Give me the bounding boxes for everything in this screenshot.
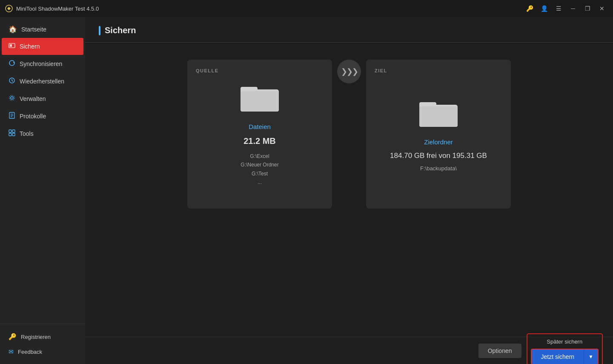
arrow-connector: ❯❯❯ xyxy=(332,60,366,83)
svg-point-4 xyxy=(11,97,13,99)
header-accent-bar xyxy=(99,26,100,35)
sidebar-label-feedback: Feedback xyxy=(18,349,42,355)
sidebar: 🏠 Startseite Sichern xyxy=(0,17,85,364)
source-label: QUELLE xyxy=(196,68,219,73)
target-card[interactable]: ZIEL Zielordner 184.70 GB frei von 195.3… xyxy=(366,60,511,209)
bottom-bar: Optionen Später sichern Jetzt sichern ▼ xyxy=(85,337,613,364)
source-path-more: ... xyxy=(241,178,278,186)
target-label: ZIEL xyxy=(375,68,387,73)
app-title: MiniTool ShadowMaker Test 4.5.0 xyxy=(16,6,524,12)
feedback-icon: ✉ xyxy=(9,348,14,355)
sidebar-item-feedback[interactable]: ✉ Feedback xyxy=(2,344,83,359)
source-path-1: G:\Excel xyxy=(241,152,278,161)
source-card[interactable]: QUELLE Dateien 21.2 MB G:\Excel G:\Neuer… xyxy=(187,60,332,209)
now-button-group: Jetzt sichern ▼ xyxy=(531,349,599,364)
arrow-icon: ❯❯❯ xyxy=(337,60,361,83)
now-button[interactable]: Jetzt sichern xyxy=(532,350,584,364)
sidebar-item-startseite[interactable]: 🏠 Startseite xyxy=(2,21,83,37)
target-name: Zielordner xyxy=(424,138,453,146)
register-icon: 🔑 xyxy=(9,333,17,341)
svg-rect-10 xyxy=(9,130,11,132)
page-header: Sichern xyxy=(85,17,613,43)
close-button[interactable]: ✕ xyxy=(596,3,608,14)
now-dropdown-button[interactable]: ▼ xyxy=(584,350,598,364)
sidebar-label-sichern: Sichern xyxy=(20,43,40,50)
minimize-button[interactable]: ─ xyxy=(567,3,579,14)
svg-rect-11 xyxy=(12,130,15,132)
pin-icon[interactable]: 🔑 xyxy=(524,3,536,14)
options-button[interactable]: Optionen xyxy=(478,344,521,358)
later-button[interactable]: Später sichern xyxy=(531,337,599,347)
titlebar: MiniTool ShadowMaker Test 4.5.0 🔑 👤 ☰ ─ … xyxy=(0,0,613,17)
target-path: F:\backupdata\ xyxy=(420,165,457,172)
sidebar-label-synchronisieren: Synchronisieren xyxy=(20,60,62,67)
cards-area: QUELLE Dateien 21.2 MB G:\Excel G:\Neuer… xyxy=(85,43,613,337)
sidebar-label-registrieren: Registrieren xyxy=(21,334,51,340)
sidebar-bottom: 🔑 Registrieren ✉ Feedback xyxy=(0,324,85,364)
sidebar-item-synchronisieren[interactable]: Synchronisieren xyxy=(2,55,83,72)
source-size: 21.2 MB xyxy=(243,136,276,146)
user-icon[interactable]: 👤 xyxy=(538,3,550,14)
sidebar-item-protokolle[interactable]: Protokolle xyxy=(2,108,83,125)
svg-rect-12 xyxy=(9,133,11,136)
sidebar-item-tools[interactable]: Tools xyxy=(2,125,83,142)
maximize-button[interactable]: ❐ xyxy=(581,3,593,14)
source-path-2: G:\Neuer Ordner xyxy=(241,161,278,169)
source-paths: G:\Excel G:\Neuer Ordner G:\Test ... xyxy=(241,152,278,187)
svg-rect-19 xyxy=(419,106,458,127)
window-controls: 🔑 👤 ☰ ─ ❐ ✕ xyxy=(524,3,608,14)
sidebar-label-wiederherstellen: Wiederherstellen xyxy=(20,78,64,85)
sidebar-nav: 🏠 Startseite Sichern xyxy=(0,17,85,324)
main-content: Sichern QUELLE Dateien 21.2 MB G:\Excel xyxy=(85,17,613,364)
source-path-3: G:\Test xyxy=(241,169,278,178)
svg-rect-16 xyxy=(241,91,279,112)
sidebar-label-protokolle: Protokolle xyxy=(20,113,46,120)
sidebar-item-verwalten[interactable]: Verwalten xyxy=(2,90,83,107)
manage-icon xyxy=(9,95,15,103)
app-body: 🏠 Startseite Sichern xyxy=(0,17,613,364)
sidebar-item-wiederherstellen[interactable]: Wiederherstellen xyxy=(2,73,83,90)
home-icon: 🏠 xyxy=(9,25,17,33)
log-icon xyxy=(9,112,15,120)
page-title: Sichern xyxy=(105,26,136,35)
sidebar-item-sichern[interactable]: Sichern xyxy=(2,38,83,55)
sync-icon xyxy=(9,60,15,68)
source-folder-icon xyxy=(241,82,279,115)
sidebar-label-startseite: Startseite xyxy=(21,26,46,33)
svg-point-5 xyxy=(9,95,14,100)
sidebar-label-tools: Tools xyxy=(20,130,34,137)
source-name: Dateien xyxy=(249,123,271,130)
svg-rect-13 xyxy=(12,133,15,136)
menu-icon[interactable]: ☰ xyxy=(553,3,564,14)
sidebar-item-registrieren[interactable]: 🔑 Registrieren xyxy=(2,329,83,344)
target-folder-icon xyxy=(419,97,458,131)
svg-rect-2 xyxy=(10,44,12,47)
app-logo-icon xyxy=(5,5,13,12)
backup-icon xyxy=(9,42,15,51)
target-free: 184.70 GB frei von 195.31 GB xyxy=(390,152,487,160)
tools-icon xyxy=(9,129,15,138)
sidebar-label-verwalten: Verwalten xyxy=(20,95,46,102)
restore-icon xyxy=(9,77,15,86)
